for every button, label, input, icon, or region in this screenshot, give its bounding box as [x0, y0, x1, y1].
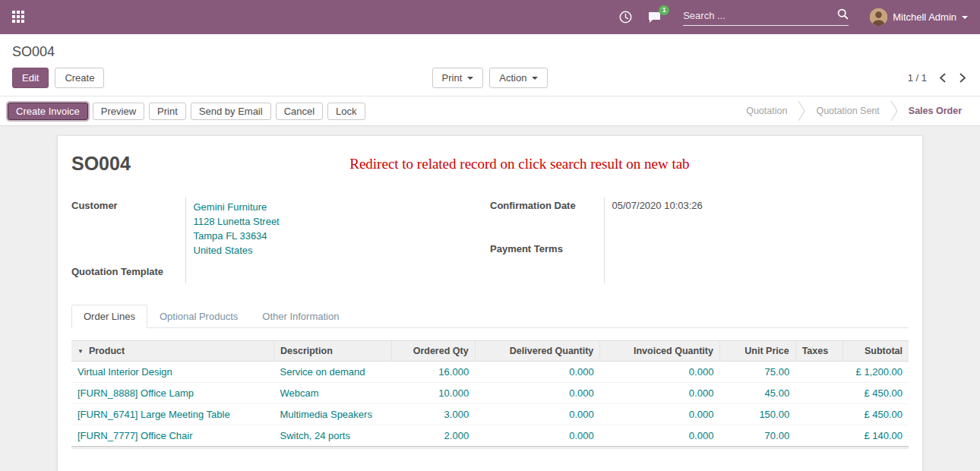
pager-previous-button[interactable] [937, 71, 947, 84]
lock-button[interactable]: Lock [327, 103, 365, 120]
quotation-template-label: Quotation Template [71, 264, 185, 283]
tab-order-lines[interactable]: Order Lines [71, 305, 147, 328]
tab-other-information[interactable]: Other Information [250, 305, 351, 328]
table-row[interactable]: Virtual Interior Design Service on deman… [71, 362, 909, 383]
header-product[interactable]: ▼Product [71, 341, 274, 362]
cancel-button[interactable]: Cancel [276, 103, 323, 120]
user-name: Mitchell Admin [893, 11, 956, 23]
send-by-email-button[interactable]: Send by Email [191, 103, 271, 120]
cell-taxes [795, 404, 842, 425]
table-row[interactable]: [FURN_8888] Office Lamp Webcam 10.000 0.… [71, 383, 909, 404]
cell-subtotal: £ 140.00 [842, 425, 909, 447]
control-row: Edit Create Print Action 1 / 1 [0, 62, 980, 96]
quotation-template-row: Quotation Template [71, 264, 490, 283]
header-description[interactable]: Description [274, 341, 392, 362]
table-header-row: ▼Product Description Ordered Qty Deliver… [71, 341, 909, 362]
customer-value: Gemini Furniture 1128 Lunetta Street Tam… [185, 198, 490, 264]
red-annotation-text: Redirect to related record on click sear… [131, 153, 909, 172]
search-icon[interactable] [837, 8, 849, 23]
table-row[interactable]: [FURN_7777] Office Chair Switch, 24 port… [71, 425, 909, 447]
field-group-left: Customer Gemini Furniture 1128 Lunetta S… [71, 198, 490, 283]
breadcrumb: SO004 [0, 34, 980, 62]
cell-invoiced-qty: 0.000 [600, 362, 720, 383]
apps-menu-icon[interactable] [12, 11, 26, 24]
cell-product[interactable]: [FURN_6741] Large Meeting Table [71, 404, 274, 425]
cell-unit-price: 70.00 [719, 425, 795, 447]
action-dropdown-button[interactable]: Action [489, 68, 548, 88]
user-menu[interactable]: Mitchell Admin [870, 8, 968, 26]
cell-product[interactable]: [FURN_8888] Office Lamp [71, 383, 274, 404]
header-unit-price[interactable]: Unit Price [719, 341, 795, 362]
header-taxes[interactable]: Taxes [795, 341, 842, 362]
statusbar: Create Invoice Preview Print Send by Ema… [0, 96, 980, 126]
customer-row: Customer Gemini Furniture 1128 Lunetta S… [71, 198, 490, 264]
user-avatar [870, 8, 887, 26]
status-step-quotation-sent[interactable]: Quotation Sent [805, 101, 890, 121]
print-dropdown-button[interactable]: Print [432, 68, 484, 88]
cell-delivered-qty: 0.000 [475, 404, 600, 425]
customer-name-link[interactable]: Gemini Furniture [194, 200, 491, 214]
chevron-separator-icon [798, 100, 805, 122]
cell-ordered-qty: 10.000 [391, 383, 475, 404]
cell-delivered-qty: 0.000 [475, 383, 600, 404]
customer-city-link[interactable]: Tampa FL 33634 [194, 229, 491, 243]
edit-button[interactable]: Edit [12, 68, 49, 88]
cell-unit-price: 75.00 [719, 362, 795, 383]
control-center-buttons: Print Action [432, 68, 548, 88]
tab-optional-products[interactable]: Optional Products [147, 305, 250, 328]
cell-invoiced-qty: 0.000 [600, 404, 720, 425]
messages-count-badge: 1 [659, 5, 669, 15]
cell-delivered-qty: 0.000 [475, 425, 600, 447]
cell-taxes [795, 362, 842, 383]
cell-invoiced-qty: 0.000 [600, 383, 720, 404]
order-lines-table: ▼Product Description Ordered Qty Deliver… [71, 340, 909, 446]
cell-description: Multimedia Speakers [274, 404, 392, 425]
payment-terms-label: Payment Terms [490, 241, 604, 284]
field-groups: Customer Gemini Furniture 1128 Lunetta S… [71, 198, 909, 283]
confirmation-date-value: 05/07/2020 10:03:26 [604, 198, 909, 241]
cell-description: Webcam [274, 383, 392, 404]
payment-terms-value [604, 241, 909, 284]
order-title: SO004 [71, 153, 131, 175]
top-navbar: 1 Mitchell Admin [0, 0, 980, 34]
table-row[interactable]: [FURN_6741] Large Meeting Table Multimed… [71, 404, 909, 425]
customer-street-link[interactable]: 1128 Lunetta Street [194, 214, 491, 229]
cell-ordered-qty: 2.000 [391, 425, 475, 447]
form-sheet: SO004 Redirect to related record on clic… [57, 135, 923, 471]
cell-subtotal: £ 450.00 [842, 383, 909, 404]
status-step-quotation[interactable]: Quotation [735, 101, 798, 121]
cell-product[interactable]: Virtual Interior Design [71, 362, 274, 383]
print-button[interactable]: Print [149, 103, 186, 120]
header-subtotal[interactable]: Subtotal [842, 341, 909, 362]
create-invoice-button[interactable]: Create Invoice [8, 103, 88, 120]
chevron-separator-icon [890, 100, 898, 122]
cell-taxes [795, 383, 842, 404]
pager: 1 / 1 [548, 71, 968, 84]
header-invoiced-qty[interactable]: Invoiced Quantity [600, 341, 720, 362]
cell-delivered-qty: 0.000 [475, 362, 600, 383]
create-button[interactable]: Create [55, 68, 104, 88]
header-ordered-qty[interactable]: Ordered Qty [391, 341, 475, 362]
control-panel: SO004 Edit Create Print Action 1 / 1 [0, 34, 980, 96]
activities-clock-icon[interactable] [619, 11, 632, 24]
messages-icon[interactable]: 1 [647, 11, 662, 24]
cell-description: Switch, 24 ports [274, 425, 392, 447]
pager-next-button[interactable] [958, 71, 968, 84]
status-step-sales-order[interactable]: Sales Order [898, 101, 972, 121]
chevron-down-icon [532, 77, 538, 80]
sheet-title-row: SO004 Redirect to related record on clic… [71, 153, 909, 175]
cell-product[interactable]: [FURN_7777] Office Chair [71, 425, 274, 447]
quotation-template-value [185, 264, 490, 283]
payment-terms-row: Payment Terms [490, 241, 909, 284]
header-delivered-qty[interactable]: Delivered Quantity [475, 341, 600, 362]
customer-label: Customer [71, 198, 185, 264]
customer-country-link[interactable]: United States [194, 243, 491, 258]
cell-invoiced-qty: 0.000 [600, 425, 720, 447]
content-area: SO004 Redirect to related record on clic… [0, 126, 980, 471]
cell-subtotal: £ 450.00 [842, 404, 909, 425]
notebook-tabs: Order Lines Optional Products Other Info… [71, 305, 909, 328]
preview-button[interactable]: Preview [93, 103, 144, 120]
status-pipeline: Quotation Quotation Sent Sales Order [735, 100, 972, 122]
search-input[interactable] [683, 10, 837, 21]
global-search [683, 8, 849, 26]
